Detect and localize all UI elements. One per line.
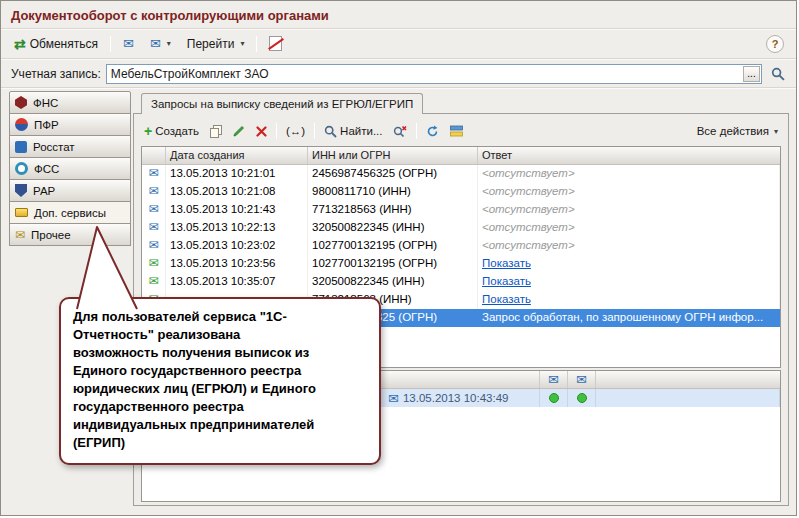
account-select-button[interactable]: ... bbox=[743, 66, 760, 82]
sidebar-item-pfr[interactable]: ПФР bbox=[9, 113, 131, 136]
status-dot-sent bbox=[549, 393, 559, 403]
answer-cell: <отсутствует> bbox=[478, 201, 780, 219]
mail-answered-icon: ✉ bbox=[148, 274, 158, 288]
sent-mail-column-icon: ✉ bbox=[548, 373, 559, 386]
copy-button[interactable] bbox=[205, 121, 227, 142]
sidebar-item-label: ФСС bbox=[34, 163, 59, 175]
crossed-document-button[interactable] bbox=[262, 33, 289, 55]
receive-mail-button[interactable]: ✉ ▾ bbox=[143, 33, 178, 55]
toolbar-separator bbox=[110, 36, 111, 52]
show-answer-link[interactable]: Показать bbox=[482, 275, 531, 287]
tab-egrul-requests[interactable]: Запросы на выписку сведений из ЕГРЮЛ/ЕГР… bbox=[141, 93, 423, 114]
table-row[interactable]: ✉ 13.05.2013 10:35:07 320500822345 (ИНН)… bbox=[142, 273, 780, 291]
exchange-button[interactable]: ⇄ Обменяться bbox=[7, 33, 105, 55]
sidebar-item-label: ФНС bbox=[33, 97, 58, 109]
period-icon bbox=[450, 125, 463, 137]
answer-column-header[interactable]: Ответ bbox=[478, 147, 780, 164]
table-row[interactable]: ✉ 13.05.2013 10:21:08 9800811710 (ИНН) <… bbox=[142, 183, 780, 201]
rar-icon bbox=[15, 184, 27, 197]
icon-column-header[interactable] bbox=[142, 147, 166, 164]
find-label: Найти... bbox=[340, 125, 382, 137]
chevron-down-icon: ▾ bbox=[774, 127, 778, 136]
refresh-button[interactable] bbox=[421, 121, 444, 142]
app-window: Документооборот с контролирующими органа… bbox=[0, 0, 797, 516]
table-row[interactable]: ✉ 13.05.2013 10:23:56 1027700132195 (ОГР… bbox=[142, 255, 780, 273]
inn-ogrn-column-header[interactable]: ИНН или ОГРН bbox=[308, 147, 478, 164]
answer-cell: Запрос обработан, по запрошенному ОГРН и… bbox=[478, 309, 780, 327]
goto-button[interactable]: Перейти ▾ bbox=[180, 33, 252, 55]
sidebar-item-dop-servisy[interactable]: Доп. сервисы bbox=[9, 201, 131, 224]
show-answer-link[interactable]: Показать bbox=[482, 293, 531, 305]
sidebar-item-label: Прочее bbox=[31, 229, 71, 241]
send-mail-button[interactable]: ✉ bbox=[116, 33, 141, 55]
id-cell: 2456987456325 (ОГРН) bbox=[308, 165, 478, 183]
answer-cell: <отсутствует> bbox=[478, 165, 780, 183]
create-button[interactable]: + Создать bbox=[139, 121, 204, 142]
date-column-header[interactable]: Дата создания bbox=[166, 147, 308, 164]
related-documents-label: (↔) bbox=[286, 125, 305, 137]
table-row[interactable]: ✉ 13.05.2013 10:21:01 2456987456325 (ОГР… bbox=[142, 165, 780, 183]
refresh-icon bbox=[426, 125, 439, 138]
table-row[interactable]: ✉ 13.05.2013 10:21:43 7713218563 (ИНН) <… bbox=[142, 201, 780, 219]
account-value: МебельСтройКомплект ЗАО bbox=[111, 67, 743, 81]
separator bbox=[1, 28, 796, 30]
all-actions-button[interactable]: Все действия ▾ bbox=[692, 121, 783, 142]
sidebar-item-label: Доп. сервисы bbox=[34, 207, 106, 219]
exchange-icon: ⇄ bbox=[14, 37, 26, 51]
spacer-column-header bbox=[596, 371, 780, 388]
all-actions-label: Все действия bbox=[697, 125, 769, 137]
clear-search-icon bbox=[393, 125, 407, 138]
id-cell: 1027700132195 (ОГРН) bbox=[308, 255, 478, 273]
find-button[interactable]: Найти... bbox=[319, 121, 387, 142]
mail-icon: ✉ bbox=[148, 202, 158, 216]
create-label: Создать bbox=[155, 125, 199, 137]
table-row[interactable]: ✉ 13.05.2013 10:23:02 1027700132195 (ОГР… bbox=[142, 237, 780, 255]
sidebar-item-fss[interactable]: ФСС bbox=[9, 157, 131, 180]
account-field[interactable]: МебельСтройКомплект ЗАО ... bbox=[106, 64, 762, 84]
date-cell: 13.05.2013 10:21:43 bbox=[166, 201, 308, 219]
sidebar-item-rosstat[interactable]: Росстат bbox=[9, 135, 131, 158]
exchange-label: Обменяться bbox=[30, 37, 98, 51]
receipt-column-header[interactable]: ✉ bbox=[568, 371, 596, 388]
id-cell: 1027700132195 (ОГРН) bbox=[308, 237, 478, 255]
help-button[interactable]: ? bbox=[766, 35, 784, 53]
receipt-mail-column-icon: ✉ bbox=[576, 373, 587, 386]
copy-icon bbox=[210, 125, 222, 138]
sidebar-item-rar[interactable]: РАР bbox=[9, 179, 131, 202]
table-header: Дата создания ИНН или ОГРН Ответ bbox=[142, 147, 780, 165]
show-answer-link[interactable]: Показать bbox=[482, 257, 531, 269]
id-cell: 9800811710 (ИНН) bbox=[308, 183, 478, 201]
answer-cell: <отсутствует> bbox=[478, 219, 780, 237]
mail-icon: ✉ bbox=[148, 220, 158, 234]
separator bbox=[1, 58, 796, 60]
mail-icon: ✉ bbox=[148, 238, 158, 252]
delete-button[interactable] bbox=[251, 121, 272, 142]
table-row[interactable]: ✉ 13.05.2013 10:22:13 320500822345 (ИНН)… bbox=[142, 219, 780, 237]
sidebar: ФНС ПФР Росстат ФСС РАР Доп. сервисы ✉ П… bbox=[9, 91, 131, 246]
account-row: Учетная запись: МебельСтройКомплект ЗАО … bbox=[11, 63, 788, 84]
sent-column-header[interactable]: ✉ bbox=[540, 371, 568, 388]
sidebar-item-prochee[interactable]: ✉ Прочее bbox=[9, 223, 131, 246]
mail-icon: ✉ bbox=[148, 184, 158, 198]
related-documents-button[interactable]: (↔) bbox=[281, 121, 310, 142]
page-title: Документооборот с контролирующими органа… bbox=[11, 8, 329, 23]
id-cell: 320500822345 (ИНН) bbox=[308, 219, 478, 237]
chevron-down-icon: ▾ bbox=[240, 39, 244, 48]
pfr-icon bbox=[15, 118, 28, 131]
crossed-document-icon bbox=[269, 36, 282, 51]
dop-servisy-icon bbox=[15, 208, 28, 217]
callout-text: Для пользователей сервиса "1С- Отчетност… bbox=[61, 299, 379, 461]
edit-button[interactable] bbox=[228, 121, 250, 142]
clear-find-button[interactable] bbox=[388, 121, 412, 142]
fns-icon bbox=[15, 96, 27, 109]
goto-label: Перейти bbox=[187, 37, 235, 51]
set-period-button[interactable] bbox=[445, 121, 468, 142]
prochee-icon: ✉ bbox=[15, 229, 25, 241]
fss-icon bbox=[15, 162, 28, 175]
account-search-button[interactable] bbox=[767, 64, 788, 84]
date-cell: 13.05.2013 10:21:01 bbox=[166, 165, 308, 183]
rosstat-icon bbox=[15, 141, 27, 153]
search-icon bbox=[324, 125, 337, 138]
plus-icon: + bbox=[144, 124, 152, 138]
sidebar-item-fns[interactable]: ФНС bbox=[9, 91, 131, 114]
